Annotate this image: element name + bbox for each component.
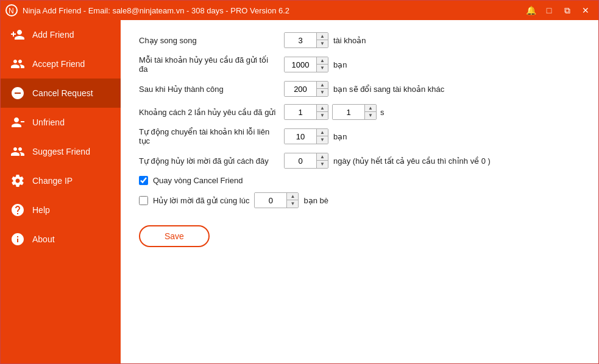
app-window: N Ninja Add Friend - Email: sale8@ninjat…: [0, 0, 599, 364]
bell-button[interactable]: 🔔: [523, 4, 539, 17]
checkbox-huy-loi-moi[interactable]: [139, 196, 148, 205]
label-chay-song-song: Chạy song song: [139, 36, 279, 45]
input-tu-dong-chuyen[interactable]: [285, 129, 316, 144]
input-tu-dong-huy[interactable]: [285, 153, 316, 168]
sidebar-item-add-friend[interactable]: Add Friend: [1, 20, 121, 49]
checkbox-quay-vong[interactable]: [139, 176, 148, 185]
sidebar-item-about[interactable]: About: [1, 225, 121, 254]
label-moi-tai-khoan: Mỗi tài khoản hủy yêu cầu đã gửi tối đa: [139, 55, 279, 74]
sidebar-item-help[interactable]: Help: [1, 195, 121, 225]
spin-arrows-4b: ▲ ▼: [364, 105, 376, 119]
suffix-moi-tai-khoan: bạn: [333, 60, 347, 69]
label-quay-vong: Quay vòng Cancel Friend: [153, 176, 243, 185]
spin-arrows-2: ▲ ▼: [316, 57, 328, 72]
sidebar-item-unfriend[interactable]: Unfriend: [1, 108, 121, 137]
row-chay-song-song: Chạy song song ▲ ▼ tài khoản: [139, 32, 580, 48]
input-khoang-cach-2[interactable]: [333, 105, 364, 119]
cancel-request-icon: [9, 85, 26, 102]
row-tu-dong-chuyen: Tự động chuyển tài khoản khi lỗi liên tụ…: [139, 127, 580, 145]
sidebar-item-cancel-request[interactable]: Cancel Request: [1, 79, 121, 108]
spin-tu-dong-chuyen: ▲ ▼: [284, 128, 328, 144]
input-chay-song-song[interactable]: [285, 33, 316, 47]
spin-up-6[interactable]: ▲: [317, 153, 328, 161]
row-moi-tai-khoan: Mỗi tài khoản hủy yêu cầu đã gửi tối đa …: [139, 55, 580, 74]
suffix-chay-song-song: tài khoản: [333, 36, 366, 45]
label-khoang-cach: Khoảng cách 2 lần hủy yêu cầu đã gửi: [139, 108, 279, 117]
spin-up-7[interactable]: ▲: [287, 193, 298, 200]
label-tu-dong-chuyen: Tự động chuyển tài khoản khi lỗi liên tụ…: [139, 127, 279, 145]
sidebar-label-suggest-friend: Suggest Friend: [32, 147, 90, 156]
unfriend-icon: [9, 114, 26, 131]
spin-huy-loi-moi: ▲ ▼: [254, 192, 299, 208]
double-spin-khoang-cach: ▲ ▼ ▲ ▼ s: [284, 104, 385, 120]
change-ip-icon: [9, 172, 26, 189]
spin-tu-dong-huy: ▲ ▼: [284, 153, 328, 169]
suffix-tu-dong-huy: ngày (hủy hết tất cả yêu cầu thì chỉnh v…: [333, 156, 491, 166]
spin-moi-tai-khoan: ▲ ▼: [284, 57, 328, 72]
spin-arrows-5: ▲ ▼: [316, 129, 328, 144]
sidebar-label-change-ip: Change IP: [32, 176, 73, 186]
spin-arrows-1: ▲ ▼: [316, 33, 328, 47]
sidebar-item-change-ip[interactable]: Change IP: [1, 166, 121, 195]
sidebar-item-accept-friend[interactable]: Accept Friend: [1, 49, 121, 79]
spin-sau-khi-huy: ▲ ▼: [284, 81, 328, 97]
spin-down-5[interactable]: ▼: [317, 136, 328, 144]
sidebar-label-unfriend: Unfriend: [32, 117, 65, 127]
input-khoang-cach-1[interactable]: [285, 105, 316, 119]
spin-down-2[interactable]: ▼: [317, 65, 328, 72]
suffix-khoang-cach: s: [380, 108, 385, 117]
spin-up-2[interactable]: ▲: [317, 57, 328, 65]
row-sau-khi-huy: Sau khi Hủy thành công ▲ ▼ bạn sẽ đổi sa…: [139, 81, 580, 97]
suffix-sau-khi-huy: bạn sẽ đổi sang tài khoản khác: [333, 85, 444, 94]
accept-friend-icon: [9, 55, 26, 72]
label-sau-khi-huy: Sau khi Hủy thành công: [139, 85, 279, 94]
row-tu-dong-huy: Tự động hủy lời mời đã gửi cách đây ▲ ▼ …: [139, 153, 580, 169]
close-button[interactable]: ✕: [578, 4, 594, 17]
suffix-huy-loi-moi: bạn bè: [303, 196, 328, 205]
sidebar-label-accept-friend: Accept Friend: [32, 59, 85, 69]
spin-chay-song-song: ▲ ▼: [284, 32, 328, 48]
help-icon: [9, 201, 26, 219]
add-friend-icon: [9, 26, 26, 43]
label-huy-loi-moi: Hủy lời mời đã gửi cùng lúc: [153, 196, 249, 205]
window-title: Ninja Add Friend - Email: sale8@ninjatea…: [23, 6, 523, 15]
suggest-friend-icon: [9, 143, 26, 160]
spin-up-4a[interactable]: ▲: [317, 105, 328, 112]
spin-khoang-cach-1: ▲ ▼: [284, 104, 328, 120]
svg-text:N: N: [9, 7, 14, 15]
label-tu-dong-huy: Tự động hủy lời mời đã gửi cách đây: [139, 156, 279, 166]
spin-up-5[interactable]: ▲: [317, 129, 328, 136]
window-controls: 🔔 □ ⧉ ✕: [523, 4, 594, 17]
spin-down-4b[interactable]: ▼: [365, 112, 376, 119]
about-icon: [9, 231, 26, 248]
spin-up-1[interactable]: ▲: [317, 33, 328, 40]
sidebar-label-add-friend: Add Friend: [32, 30, 74, 40]
minimize-button[interactable]: □: [541, 4, 557, 17]
app-icon: N: [5, 4, 18, 16]
spin-down-6[interactable]: ▼: [317, 161, 328, 168]
row-khoang-cach: Khoảng cách 2 lần hủy yêu cầu đã gửi ▲ ▼…: [139, 104, 580, 120]
spin-down-1[interactable]: ▼: [317, 40, 328, 47]
sidebar-label-about: About: [32, 234, 55, 244]
spin-down-3[interactable]: ▼: [317, 89, 328, 96]
main-layout: Add Friend Accept Friend Cancel Request …: [1, 20, 598, 363]
spin-up-4b[interactable]: ▲: [365, 105, 376, 112]
input-sau-khi-huy[interactable]: [285, 82, 316, 96]
title-bar: N Ninja Add Friend - Email: sale8@ninjat…: [1, 1, 598, 20]
input-moi-tai-khoan[interactable]: [285, 57, 316, 72]
spin-khoang-cach-2: ▲ ▼: [332, 104, 377, 120]
sidebar-label-help: Help: [32, 205, 50, 215]
sidebar-label-cancel-request: Cancel Request: [32, 88, 93, 98]
input-huy-loi-moi[interactable]: [255, 193, 286, 208]
checkbox-row-huy-loi-moi: Hủy lời mời đã gửi cùng lúc ▲ ▼ bạn bè: [139, 192, 580, 208]
sidebar-item-suggest-friend[interactable]: Suggest Friend: [1, 137, 121, 166]
spin-down-7[interactable]: ▼: [287, 200, 298, 208]
sidebar: Add Friend Accept Friend Cancel Request …: [1, 20, 121, 363]
content-area: Chạy song song ▲ ▼ tài khoản Mỗi tài kho…: [121, 20, 598, 363]
spin-arrows-7: ▲ ▼: [286, 193, 298, 208]
spin-arrows-4a: ▲ ▼: [316, 105, 328, 119]
spin-up-3[interactable]: ▲: [317, 82, 328, 89]
spin-down-4a[interactable]: ▼: [317, 112, 328, 119]
save-button[interactable]: Save: [139, 225, 210, 247]
maximize-button[interactable]: ⧉: [559, 4, 575, 17]
